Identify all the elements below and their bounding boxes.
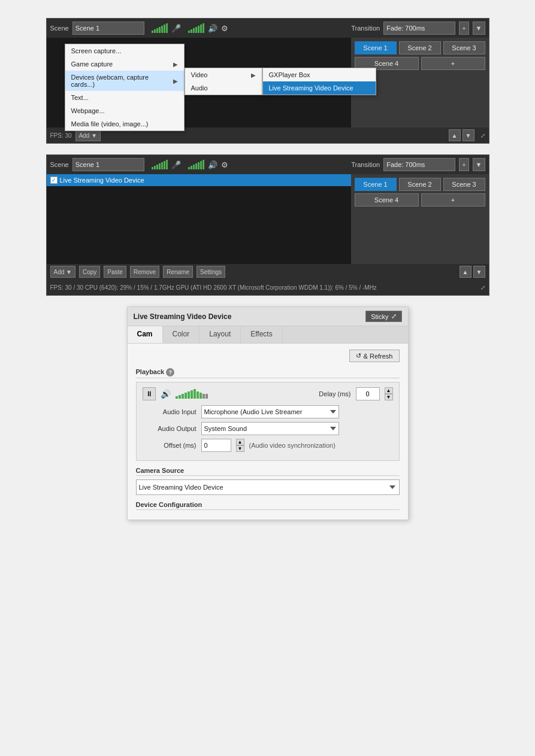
delay-input[interactable] [356, 387, 380, 400]
submenu-audio-item[interactable]: Audio [185, 81, 262, 95]
delay-down-btn[interactable]: ▼ [385, 394, 393, 400]
tab-layout[interactable]: Layout [200, 326, 241, 343]
refresh-btn[interactable]: ↺ & Refresh [349, 350, 400, 362]
volume-bars [176, 389, 208, 399]
mic-icon-1: 🎤 [171, 24, 181, 33]
source-up-btn-1[interactable]: ▲ [449, 129, 461, 141]
scene2-btn-1[interactable]: Scene 1 [355, 178, 397, 191]
scene-label-1: Scene [50, 25, 69, 32]
audio-output-wrapper: System Sound [201, 422, 393, 435]
refresh-icon: ↺ [356, 352, 361, 360]
obs-panel-2: Scene 🎤 🔊 ⚙ Transition + ▼ [46, 154, 489, 296]
context-area: Screen capture... Game capture ▶ Devices… [47, 38, 351, 110]
scene2-btn-4[interactable]: Scene 4 [355, 193, 419, 207]
audio-input-select[interactable]: Microphone (Audio Live Streamer [201, 405, 339, 418]
tab-cam[interactable]: Cam [128, 326, 163, 343]
source-item-live[interactable]: ✓ Live Streaming Video Device [47, 174, 351, 186]
transition-menu-btn-2[interactable]: ▼ [473, 158, 485, 171]
scene-label-2: Scene [50, 161, 69, 168]
obs-body-2: ✓ Live Streaming Video Device Scene 1 Sc… [47, 174, 489, 264]
sources-up-btn[interactable]: ▲ [460, 266, 471, 278]
sources-remove-btn[interactable]: Remove [130, 266, 159, 278]
offset-input[interactable] [201, 439, 231, 452]
camera-source-row: Live Streaming Video Device [136, 479, 400, 495]
audio-output-select[interactable]: System Sound [201, 422, 339, 435]
signal-bars-1 [152, 23, 168, 33]
settings-icon-1[interactable]: ⚙ [221, 24, 228, 33]
sources-add-btn[interactable]: Add ▼ [50, 266, 75, 278]
transition-add-btn-2[interactable]: + [459, 158, 468, 171]
submenu-video-arrow: ▶ [251, 72, 256, 78]
source-checkbox[interactable]: ✓ [50, 177, 58, 184]
camera-source-wrapper: Live Streaming Video Device [136, 479, 400, 495]
playback-section: ⏸ 🔊 Delay (ms) ▲ ▼ [136, 382, 400, 461]
scene2-btn-3[interactable]: Scene 3 [443, 178, 485, 191]
audio-input-label: Audio Input [143, 408, 197, 415]
camera-source-divider: Camera Source [136, 467, 400, 476]
tab-effects[interactable]: Effects [241, 326, 282, 343]
source-down-btn-1[interactable]: ▼ [463, 129, 474, 141]
device-live-streaming[interactable]: Live Streaming Video Device [263, 81, 376, 95]
submenu-video-item[interactable]: Video ▶ [185, 68, 262, 81]
transition-label-2: Transition [351, 161, 380, 168]
props-title: Live Streaming Video Device [134, 312, 232, 321]
playback-controls: ⏸ 🔊 Delay (ms) ▲ ▼ [143, 387, 393, 400]
scene-name-input-2[interactable] [72, 158, 144, 171]
resize-icon-3: ⤢ [391, 312, 397, 320]
transition-add-btn-1[interactable]: + [459, 22, 468, 35]
obs-body-1: Screen capture... Game capture ▶ Devices… [47, 38, 489, 127]
camera-source-select[interactable]: Live Streaming Video Device [136, 479, 400, 495]
transition-select-1[interactable] [383, 22, 455, 35]
fps-text-1: FPS: 30 [50, 132, 72, 139]
settings-icon-2[interactable]: ⚙ [221, 160, 228, 169]
sources-down-btn[interactable]: ▼ [473, 266, 485, 278]
page-container: Scene 🎤 🔊 ⚙ Transition + ▼ [0, 0, 535, 538]
fps-text-2: FPS: 30 / 30 CPU (6420): 29% / 15% / 1.7… [50, 284, 377, 291]
sources-copy-btn[interactable]: Copy [79, 266, 100, 278]
sticky-btn[interactable]: Sticky ⤢ [365, 311, 401, 322]
volume-icon-2: 🔊 [208, 160, 217, 169]
signal-bars-3 [152, 160, 168, 169]
props-header: Live Streaming Video Device Sticky ⤢ [128, 307, 408, 326]
device-gxplayer[interactable]: GXPlayer Box [263, 68, 376, 81]
context-arrow-game: ▶ [173, 61, 178, 68]
scene-add-btn[interactable]: + [421, 57, 485, 70]
obs-header-2: Scene 🎤 🔊 ⚙ Transition + ▼ [47, 155, 489, 174]
context-screen-capture[interactable]: Screen capture... [65, 44, 184, 57]
context-devices[interactable]: Devices (webcam, capture cards...) ▶ [65, 71, 184, 91]
offset-down-btn[interactable]: ▼ [236, 445, 244, 452]
scene2-add-btn[interactable]: + [421, 193, 485, 207]
sources-paste-btn[interactable]: Paste [104, 266, 126, 278]
signal-bars-2 [188, 23, 204, 33]
context-webpage[interactable]: Webpage... [65, 104, 184, 117]
pause-btn[interactable]: ⏸ [143, 387, 156, 400]
offset-up-btn[interactable]: ▲ [236, 439, 244, 445]
scene2-btn-2[interactable]: Scene 2 [399, 178, 441, 191]
refresh-row: ↺ & Refresh [136, 350, 400, 362]
delay-up-btn[interactable]: ▲ [385, 387, 393, 394]
context-menu: Screen capture... Game capture ▶ Devices… [65, 44, 185, 131]
context-text[interactable]: Text... [65, 91, 184, 104]
sync-note: (Audio video synchronization) [249, 442, 335, 449]
sources-settings-btn[interactable]: Settings [197, 266, 225, 278]
volume-btn[interactable]: 🔊 [161, 389, 171, 399]
mic-icon-2: 🎤 [171, 160, 181, 169]
sources-rename-btn[interactable]: Rename [163, 266, 193, 278]
transition-menu-btn-1[interactable]: ▼ [473, 22, 485, 35]
props-tabs: Cam Color Layout Effects [128, 326, 408, 344]
add-source-btn-1[interactable]: Add ▼ [75, 129, 101, 141]
scene-name-input-1[interactable] [72, 22, 144, 35]
scene-btn-2[interactable]: Scene 2 [399, 41, 441, 54]
scene-btn-3[interactable]: Scene 3 [443, 41, 485, 54]
audio-input-wrapper: Microphone (Audio Live Streamer [201, 405, 393, 418]
tab-color[interactable]: Color [163, 326, 200, 343]
source-name: Live Streaming Video Device [60, 177, 144, 184]
playback-help-icon[interactable]: ? [166, 368, 174, 377]
sources-toolbar: Add ▼ Copy Paste Remove Rename Settings … [47, 264, 489, 280]
context-media[interactable]: Media file (video, image...) [65, 117, 184, 130]
scene-row-1: Scene 1 Scene 2 Scene 3 [355, 41, 485, 54]
obs-sources-list: ✓ Live Streaming Video Device [47, 174, 351, 264]
context-game-capture[interactable]: Game capture ▶ [65, 57, 184, 71]
scene-btn-1[interactable]: Scene 1 [355, 41, 397, 54]
transition-select-2[interactable] [383, 158, 455, 171]
